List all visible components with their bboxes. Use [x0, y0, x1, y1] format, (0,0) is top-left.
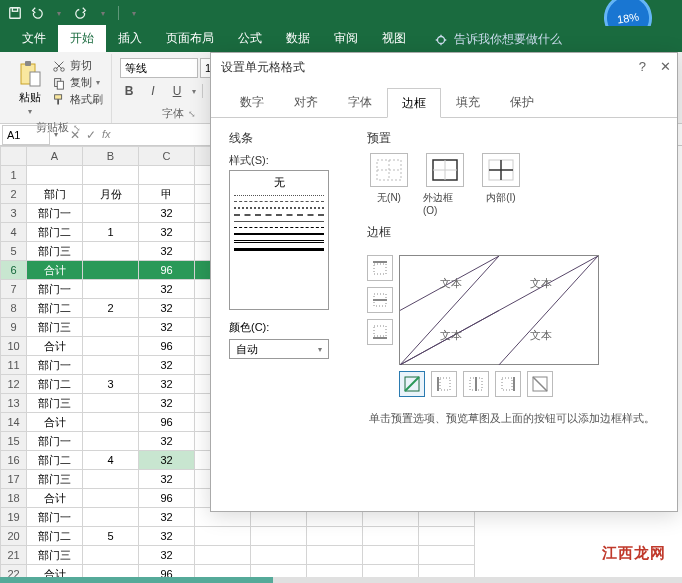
cell[interactable]: 32: [139, 470, 195, 489]
cell[interactable]: [83, 261, 139, 280]
row-header[interactable]: 3: [1, 204, 27, 223]
ribbon-tab-0[interactable]: 文件: [10, 25, 58, 52]
cell[interactable]: [307, 527, 363, 546]
cell[interactable]: 32: [139, 280, 195, 299]
dialog-tab-3[interactable]: 边框: [387, 88, 441, 118]
cell[interactable]: 甲: [139, 185, 195, 204]
row-header[interactable]: 2: [1, 185, 27, 204]
cell[interactable]: 96: [139, 261, 195, 280]
row-header[interactable]: 4: [1, 223, 27, 242]
cell[interactable]: [363, 527, 419, 546]
bold-button[interactable]: B: [120, 82, 138, 100]
row-header[interactable]: 9: [1, 318, 27, 337]
close-icon[interactable]: ✕: [660, 59, 671, 74]
cell[interactable]: 4: [83, 451, 139, 470]
cell[interactable]: 96: [139, 489, 195, 508]
col-header-C[interactable]: C: [139, 147, 195, 166]
cell[interactable]: 5: [83, 527, 139, 546]
cell[interactable]: 3: [83, 375, 139, 394]
italic-button[interactable]: I: [144, 82, 162, 100]
cell[interactable]: [363, 546, 419, 565]
cell[interactable]: [83, 470, 139, 489]
dialog-tab-4[interactable]: 填充: [441, 87, 495, 117]
cell[interactable]: 32: [139, 375, 195, 394]
cell[interactable]: 32: [139, 242, 195, 261]
cell[interactable]: 部门二: [27, 299, 83, 318]
border-diag-down-button[interactable]: [527, 371, 553, 397]
border-top-button[interactable]: [367, 255, 393, 281]
cell[interactable]: 部门一: [27, 508, 83, 527]
row-header[interactable]: 15: [1, 432, 27, 451]
line-style-option[interactable]: [234, 240, 324, 243]
tell-me[interactable]: 告诉我你想要做什么: [434, 27, 562, 52]
line-style-none[interactable]: 无: [234, 175, 324, 190]
row-header[interactable]: 18: [1, 489, 27, 508]
undo-dropdown-icon[interactable]: ▾: [52, 6, 66, 20]
cell[interactable]: 32: [139, 356, 195, 375]
redo-icon[interactable]: [74, 6, 88, 20]
cell[interactable]: 部门二: [27, 375, 83, 394]
ribbon-tab-5[interactable]: 数据: [274, 25, 322, 52]
line-style-option[interactable]: [234, 214, 324, 216]
cell[interactable]: [195, 527, 251, 546]
cell[interactable]: 部门三: [27, 546, 83, 565]
border-middle-h-button[interactable]: [367, 287, 393, 313]
line-style-option[interactable]: [234, 207, 324, 209]
row-header[interactable]: 14: [1, 413, 27, 432]
font-launcher-icon[interactable]: ⤡: [188, 109, 196, 119]
row-header[interactable]: 13: [1, 394, 27, 413]
row-header[interactable]: 20: [1, 527, 27, 546]
line-style-option[interactable]: [234, 195, 324, 196]
ribbon-tab-6[interactable]: 审阅: [322, 25, 370, 52]
border-middle-v-button[interactable]: [463, 371, 489, 397]
row-header[interactable]: 1: [1, 166, 27, 185]
border-left-button[interactable]: [431, 371, 457, 397]
row-header[interactable]: 19: [1, 508, 27, 527]
cell[interactable]: [83, 337, 139, 356]
cell[interactable]: 部门二: [27, 527, 83, 546]
cell[interactable]: [419, 546, 475, 565]
cell[interactable]: 部门一: [27, 356, 83, 375]
cell[interactable]: [83, 242, 139, 261]
cell[interactable]: [83, 508, 139, 527]
cell[interactable]: [83, 204, 139, 223]
cell[interactable]: 合计: [27, 413, 83, 432]
cell[interactable]: [27, 166, 83, 185]
fx-icon[interactable]: fx: [102, 128, 111, 142]
col-header-A[interactable]: A: [27, 147, 83, 166]
ribbon-tab-2[interactable]: 插入: [106, 25, 154, 52]
line-style-option[interactable]: [234, 221, 324, 222]
paste-dropdown-icon[interactable]: ▾: [28, 107, 32, 116]
border-bottom-button[interactable]: [367, 319, 393, 345]
cell[interactable]: 部门一: [27, 280, 83, 299]
cell[interactable]: [419, 527, 475, 546]
cell[interactable]: 96: [139, 337, 195, 356]
line-style-option[interactable]: [234, 233, 324, 235]
row-header[interactable]: 11: [1, 356, 27, 375]
cell[interactable]: 部门二: [27, 223, 83, 242]
border-right-button[interactable]: [495, 371, 521, 397]
row-header[interactable]: 8: [1, 299, 27, 318]
cell[interactable]: 部门: [27, 185, 83, 204]
cell[interactable]: [83, 356, 139, 375]
row-header[interactable]: 5: [1, 242, 27, 261]
row-header[interactable]: 6: [1, 261, 27, 280]
cell[interactable]: 部门三: [27, 318, 83, 337]
row-header[interactable]: 17: [1, 470, 27, 489]
cell[interactable]: 月份: [83, 185, 139, 204]
cell[interactable]: 32: [139, 451, 195, 470]
cell[interactable]: 32: [139, 546, 195, 565]
preset-none[interactable]: 无(N): [367, 153, 411, 216]
cell[interactable]: 合计: [27, 261, 83, 280]
undo-icon[interactable]: [30, 6, 44, 20]
cell[interactable]: 部门二: [27, 451, 83, 470]
cell[interactable]: [83, 280, 139, 299]
dialog-tab-0[interactable]: 数字: [225, 87, 279, 117]
line-style-option[interactable]: [234, 227, 324, 228]
row-header[interactable]: 16: [1, 451, 27, 470]
cell[interactable]: [83, 166, 139, 185]
font-name-select[interactable]: 等线: [120, 58, 198, 78]
copy-button[interactable]: 复制▾: [52, 75, 103, 90]
cell[interactable]: 32: [139, 394, 195, 413]
underline-button[interactable]: U: [168, 82, 186, 100]
